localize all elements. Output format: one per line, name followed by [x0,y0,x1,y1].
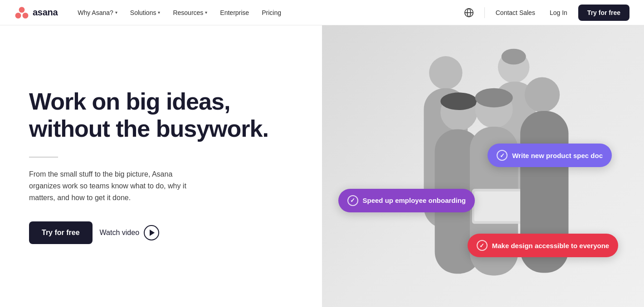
nav-item-why-asana[interactable]: Why Asana? ▾ [72,5,123,20]
hero-title-line1: Work on big ideas, [29,88,230,115]
people-illustration [374,44,592,307]
svg-point-2 [23,13,29,19]
nav-try-free-button[interactable]: Try for free [578,5,629,21]
hero-try-free-button[interactable]: Try for free [29,221,93,244]
check-icon-3: ✓ [477,240,488,251]
nav-item-enterprise[interactable]: Enterprise [215,5,254,20]
watch-video-label: Watch video [100,229,139,237]
nav-label-solutions: Solutions [130,9,156,16]
globe-icon [464,8,474,18]
hero-divider [29,157,58,158]
asana-logo-icon [15,5,29,20]
hero-buttons: Try for free Watch video [29,221,293,244]
globe-language-button[interactable] [461,5,477,21]
hero-section: Work on big ideas, without the busywork.… [0,25,644,307]
chevron-down-icon: ▾ [115,10,117,15]
nav-item-resources[interactable]: Resources ▾ [167,5,213,20]
task-badge-2: ✓ Speed up employee onboarding [338,189,475,212]
chevron-down-icon: ▾ [158,10,160,15]
hero-title-line2: without the busywork. [29,115,268,142]
svg-point-0 [19,7,25,13]
svg-point-13 [440,92,477,110]
hero-title: Work on big ideas, without the busywork. [29,88,293,143]
svg-point-9 [502,49,526,65]
svg-point-6 [429,56,462,89]
svg-point-1 [15,13,21,19]
check-icon-1: ✓ [497,150,507,161]
nav-label-resources: Resources [173,9,203,16]
nav-label-pricing: Pricing [262,9,281,16]
task-badge-1: ✓ Write new product spec doc [488,144,612,167]
badge-1-text: Write new product spec doc [512,152,603,159]
navbar: asana Why Asana? ▾ Solutions ▾ Resources… [0,0,644,25]
play-icon [144,225,159,240]
nav-divider [484,7,485,18]
hero-watch-video-button[interactable]: Watch video [100,225,159,240]
play-triangle-icon [150,230,155,236]
nav-item-pricing[interactable]: Pricing [256,5,287,20]
chevron-down-icon: ▾ [205,10,207,15]
logo[interactable]: asana [15,5,58,20]
hero-right-panel: ✓ Write new product spec doc ✓ Speed up … [322,25,644,307]
nav-links: Why Asana? ▾ Solutions ▾ Resources ▾ Ent… [72,5,461,20]
logo-text: asana [33,7,58,18]
hero-left-panel: Work on big ideas, without the busywork.… [0,25,322,307]
badge-2-text: Speed up employee onboarding [363,197,466,204]
svg-rect-18 [474,192,527,221]
nav-item-solutions[interactable]: Solutions ▾ [125,5,166,20]
check-icon-2: ✓ [347,195,358,206]
svg-point-19 [525,77,560,112]
contact-sales-link[interactable]: Contact Sales [492,6,539,19]
svg-point-15 [475,88,513,108]
login-link[interactable]: Log In [546,6,571,19]
nav-label-enterprise: Enterprise [220,9,249,16]
task-badge-3: ✓ Make design accessible to everyone [468,234,618,257]
hero-subtitle: From the small stuff to the big picture,… [29,168,201,203]
badge-3-text: Make design accessible to everyone [492,242,609,249]
nav-label-why-asana: Why Asana? [78,9,113,16]
nav-right: Contact Sales Log In Try for free [461,5,629,21]
